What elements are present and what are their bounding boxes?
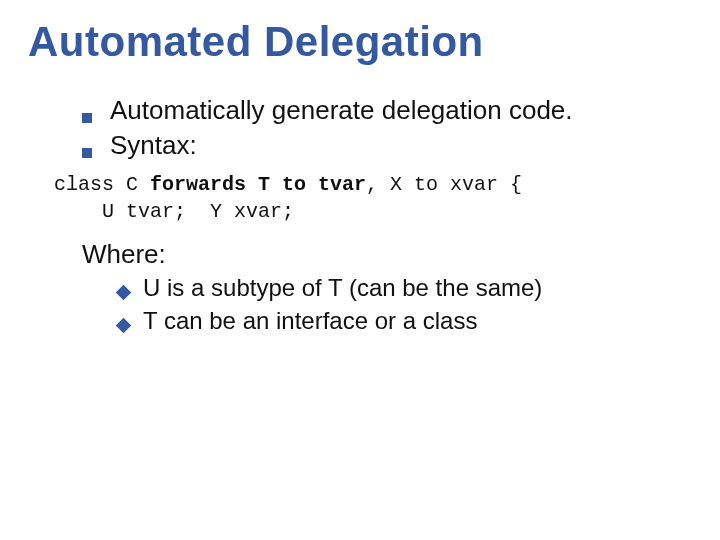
slide: Automated Delegation Automatically gener… [0, 0, 720, 540]
bullet-text: Syntax: [110, 129, 197, 162]
diamond-bullet-icon [116, 285, 132, 301]
where-block: Where: U is a subtype of T (can be the s… [82, 239, 692, 336]
list-item: U is a subtype of T (can be the same) [118, 272, 692, 303]
code-block: class C forwards T to tvar, X to xvar { … [54, 171, 692, 225]
square-bullet-icon [82, 113, 92, 123]
bullet-list: Automatically generate delegation code. … [82, 94, 692, 161]
list-item: Automatically generate delegation code. [82, 94, 692, 127]
sub-bullet-text: T can be an interface or a class [143, 305, 477, 336]
code-text: class C [54, 173, 150, 196]
where-label: Where: [82, 239, 692, 270]
code-line: U tvar; Y xvar; [54, 198, 692, 225]
list-item: Syntax: [82, 129, 692, 162]
square-bullet-icon [82, 148, 92, 158]
sub-bullet-text: U is a subtype of T (can be the same) [143, 272, 542, 303]
code-bold: forwards T to tvar [150, 173, 366, 196]
diamond-bullet-icon [116, 318, 132, 334]
code-text: , X to xvar { [366, 173, 522, 196]
page-title: Automated Delegation [28, 18, 692, 66]
code-line: class C forwards T to tvar, X to xvar { [54, 171, 692, 198]
lead-letter: T [143, 307, 157, 334]
rest-text: is a subtype of T (can be the same) [160, 274, 542, 301]
bullet-text: Automatically generate delegation code. [110, 94, 573, 127]
rest-text: can be an interface or a class [157, 307, 477, 334]
lead-letter: U [143, 274, 160, 301]
list-item: T can be an interface or a class [118, 305, 692, 336]
code-text: U tvar; Y xvar; [54, 200, 294, 223]
